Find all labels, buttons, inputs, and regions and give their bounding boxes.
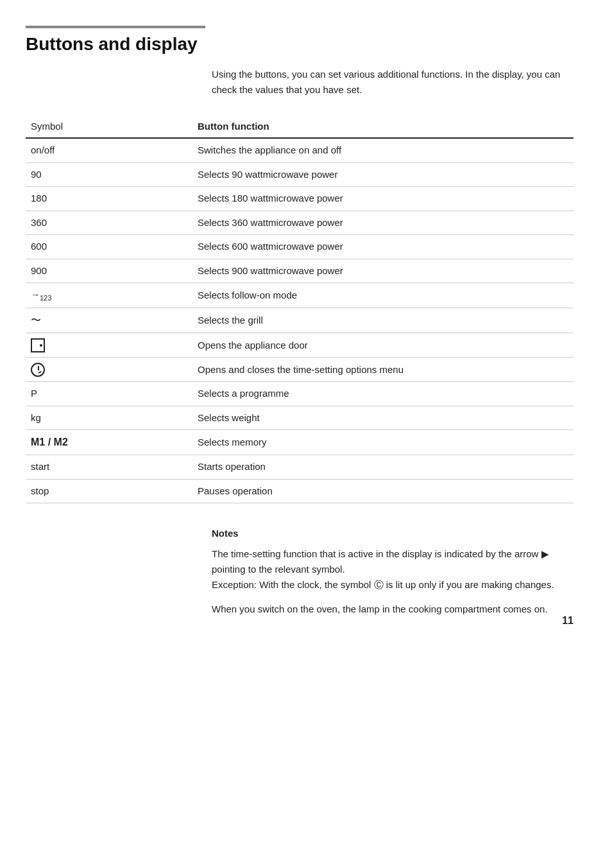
table-row: 90Selects 90 wattmicrowave power <box>26 162 574 187</box>
table-row: →123Selects follow-on mode <box>26 283 574 308</box>
symbol-cell: 360 <box>26 211 192 235</box>
page-number: 11 <box>562 613 574 629</box>
page-title: Buttons and display <box>26 33 574 55</box>
page: Buttons and display Using the buttons, y… <box>0 0 612 652</box>
top-rule <box>26 26 205 28</box>
function-cell: Selects 600 wattmicrowave power <box>192 235 574 259</box>
table-row: 900Selects 900 wattmicrowave power <box>26 259 574 283</box>
arrow-symbol-icon: →123 <box>31 290 51 300</box>
table-row: 〜Selects the grill <box>26 308 574 333</box>
symbol-cell: 600 <box>26 235 192 259</box>
notes-title: Notes <box>212 526 571 541</box>
function-cell: Selects 90 wattmicrowave power <box>192 162 574 187</box>
function-cell: Opens and closes the time-setting option… <box>192 358 574 382</box>
clock-symbol-icon <box>31 363 45 377</box>
symbol-cell: on/off <box>26 138 192 162</box>
table-row: kgSelects weight <box>26 406 574 430</box>
symbol-text: P <box>31 388 37 399</box>
symbol-cell: M1 / M2 <box>26 430 192 455</box>
function-cell: Selects 900 wattmicrowave power <box>192 259 574 283</box>
symbol-text: 600 <box>31 241 47 252</box>
symbol-text: 90 <box>31 169 42 180</box>
symbol-cell: P <box>26 382 192 406</box>
symbol-cell <box>26 358 192 382</box>
table-row: 360Selects 360 wattmicrowave power <box>26 211 574 235</box>
symbol-cell: 90 <box>26 162 192 187</box>
function-cell: Switches the appliance on and off <box>192 138 574 162</box>
table-row: startStarts operation <box>26 455 574 480</box>
symbol-cell: start <box>26 455 192 480</box>
function-cell: Selects the grill <box>192 308 574 333</box>
function-cell: Selects follow-on mode <box>192 283 574 308</box>
symbol-cell: kg <box>26 406 192 430</box>
symbol-text: kg <box>31 412 41 423</box>
grill-symbol-icon: 〜 <box>31 315 43 326</box>
intro-text: Using the buttons, you can set various a… <box>212 67 571 98</box>
table-row: Opens the appliance door <box>26 333 574 358</box>
symbol-cell: 180 <box>26 187 192 211</box>
symbol-text: 360 <box>31 217 47 228</box>
table-row: M1 / M2Selects memory <box>26 430 574 455</box>
symbol-text: M1 / M2 <box>31 437 68 447</box>
symbol-text: on/off <box>31 144 55 155</box>
buttons-table: Symbol Button function on/offSwitches th… <box>26 117 574 504</box>
symbol-cell: stop <box>26 479 192 503</box>
notes-section: Notes The time-setting function that is … <box>212 526 571 617</box>
table-row: Opens and closes the time-setting option… <box>26 358 574 382</box>
table-row: 600Selects 600 wattmicrowave power <box>26 235 574 259</box>
table-row: PSelects a programme <box>26 382 574 406</box>
symbol-text: 900 <box>31 265 47 276</box>
symbol-cell: →123 <box>26 283 192 308</box>
function-cell: Selects a programme <box>192 382 574 406</box>
col-symbol-header: Symbol <box>26 117 192 139</box>
table-row: stopPauses operation <box>26 479 574 503</box>
function-cell: Opens the appliance door <box>192 333 574 358</box>
symbol-text: start <box>31 461 49 472</box>
function-cell: Selects weight <box>192 406 574 430</box>
symbol-cell <box>26 333 192 358</box>
symbol-cell: 900 <box>26 259 192 283</box>
col-function-header: Button function <box>192 117 574 139</box>
notes-paragraph-1: The time-setting function that is active… <box>212 546 571 593</box>
notes-paragraph-2: When you switch on the oven, the lamp in… <box>212 602 571 617</box>
function-cell: Selects 360 wattmicrowave power <box>192 211 574 235</box>
function-cell: Selects 180 wattmicrowave power <box>192 187 574 211</box>
door-symbol-icon <box>31 338 45 352</box>
symbol-text: stop <box>31 485 49 496</box>
function-cell: Starts operation <box>192 455 574 480</box>
function-cell: Pauses operation <box>192 479 574 503</box>
symbol-cell: 〜 <box>26 308 192 333</box>
table-row: on/offSwitches the appliance on and off <box>26 138 574 162</box>
symbol-text: 180 <box>31 193 47 204</box>
function-cell: Selects memory <box>192 430 574 455</box>
table-row: 180Selects 180 wattmicrowave power <box>26 187 574 211</box>
